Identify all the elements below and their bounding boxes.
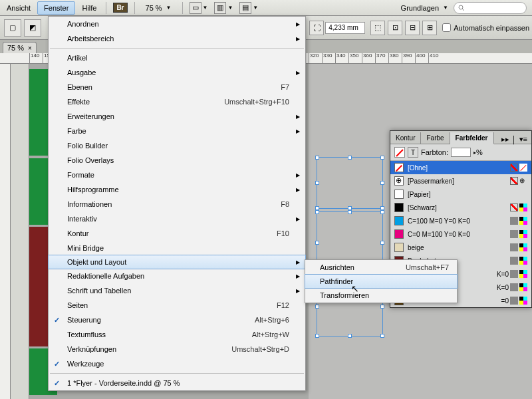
swatch-row[interactable]: C=100 M=0 Y=0 K=0 bbox=[390, 214, 531, 227]
swatch-row[interactable]: [Papier] bbox=[390, 188, 531, 201]
content-icon[interactable]: ◩ bbox=[24, 19, 41, 37]
submenu-arrow-icon: ▶ bbox=[296, 114, 300, 120]
swatch-row[interactable]: C=0 M=100 Y=0 K=0 bbox=[390, 227, 531, 241]
menu-label: Erweiterungen bbox=[67, 112, 289, 120]
menu-item-redaktionelle-aufgaben[interactable]: Redaktionelle Aufgaben▶ bbox=[49, 269, 305, 283]
bridge-icon[interactable]: Br bbox=[113, 3, 127, 13]
auto-fit-checkbox[interactable]: Automatisch einpassen bbox=[442, 23, 529, 32]
swatch-chip bbox=[394, 229, 404, 239]
menu-item-erweiterungen[interactable]: Erweiterungen▶ bbox=[49, 109, 305, 124]
arrange-icon[interactable]: ▥ bbox=[214, 2, 226, 14]
menu-item-steuerung[interactable]: ✓SteuerungAlt+Strg+6 bbox=[49, 313, 305, 327]
color-mode-icon bbox=[519, 203, 527, 211]
tab-farbfelder[interactable]: Farbfelder bbox=[450, 132, 494, 144]
menu-item-arbeitsbereich[interactable]: Arbeitsbereich▶ bbox=[49, 31, 305, 46]
menu-item-schrift-und-tabellen[interactable]: Schrift und Tabellen▶ bbox=[49, 283, 305, 298]
center-content-icon[interactable]: ⊟ bbox=[405, 21, 420, 35]
menu-item-verkn-pfungen[interactable]: VerknüpfungenUmschalt+Strg+D bbox=[49, 342, 305, 356]
fit-content-icon[interactable]: ⬚ bbox=[370, 21, 385, 35]
search-input[interactable] bbox=[454, 2, 527, 14]
fit-frame-icon[interactable]: ⛶ bbox=[309, 21, 324, 35]
swatch-name: beige bbox=[408, 244, 509, 251]
tools-panel bbox=[11, 64, 29, 399]
swatch-type-icon bbox=[510, 230, 518, 238]
swatch-name: [Schwarz] bbox=[408, 204, 509, 211]
submenu-item-pathfinder[interactable]: Pathfinder bbox=[305, 274, 458, 289]
menu-item-effekte[interactable]: EffekteUmschalt+Strg+F10 bbox=[49, 94, 305, 109]
ruler-tick: 330 bbox=[322, 53, 335, 63]
fit-proportional-icon[interactable]: ⊡ bbox=[388, 21, 402, 35]
panel-flyout-icon[interactable]: ▸▸│▾≡ bbox=[497, 135, 531, 144]
tab-kontur[interactable]: Kontur bbox=[390, 132, 421, 144]
menu-item-objekt-und-layout[interactable]: Objekt und Layout▶ bbox=[48, 255, 306, 269]
zoom-dropdown[interactable]: 75 %▼ bbox=[143, 3, 174, 13]
menu-item-interaktiv[interactable]: Interaktiv▶ bbox=[49, 211, 305, 226]
shortcut-label: Umschalt+F7 bbox=[406, 263, 449, 271]
menu-ansicht[interactable]: Ansicht bbox=[0, 1, 37, 15]
submenu-item-transformieren[interactable]: Transformieren bbox=[305, 288, 457, 303]
menu-item-artikel[interactable]: Artikel bbox=[49, 51, 305, 65]
submenu-item-ausrichten[interactable]: AusrichtenUmschalt+F7 bbox=[305, 260, 457, 275]
swatch-name: [Passermarken] bbox=[408, 178, 509, 185]
menu-item-werkzeuge[interactable]: ✓Werkzeuge bbox=[49, 356, 305, 371]
menu-label: Schrift und Tabellen bbox=[67, 287, 289, 295]
menu-item-ausgabe[interactable]: Ausgabe▶ bbox=[49, 65, 305, 80]
swatch-row[interactable]: beige bbox=[390, 241, 531, 254]
fill-frame-icon[interactable]: ⊞ bbox=[422, 21, 437, 35]
menu-label: Farbe bbox=[67, 127, 289, 135]
arrange-icon-2[interactable]: ▤ bbox=[239, 2, 251, 14]
color-mode-icon bbox=[519, 257, 527, 265]
menu-hilfe[interactable]: Hilfe bbox=[75, 1, 103, 15]
menu-label: Objekt und Layout bbox=[67, 258, 289, 266]
menu-item-formate[interactable]: Formate▶ bbox=[49, 168, 305, 182]
menu-label: Effekte bbox=[67, 98, 224, 106]
swatch-row[interactable]: [Ohne] bbox=[390, 161, 531, 174]
selected-frame[interactable] bbox=[317, 157, 383, 209]
menu-label: Hilfsprogramme bbox=[67, 186, 289, 194]
swatch-name: [Papier] bbox=[408, 191, 527, 198]
menu-item-ebenen[interactable]: EbenenF7 bbox=[49, 80, 305, 94]
shortcut-label: F12 bbox=[277, 301, 289, 309]
menu-item-informationen[interactable]: InformationenF8 bbox=[49, 197, 305, 211]
menu-fenster[interactable]: Fenster bbox=[37, 1, 75, 15]
workspace-switcher[interactable]: Grundlagen▼ bbox=[401, 4, 448, 12]
submenu-arrow-icon: ▶ bbox=[296, 259, 300, 265]
shortcut-label: Umschalt+Strg+D bbox=[231, 345, 289, 353]
color-mode-icon bbox=[519, 283, 527, 291]
swatch-row[interactable]: [Schwarz] bbox=[390, 201, 531, 214]
menu-item-kontur[interactable]: KonturF10 bbox=[49, 226, 305, 241]
menu-item-folio-builder[interactable]: Folio Builder bbox=[49, 138, 305, 153]
menu-label: Ebenen bbox=[67, 83, 281, 91]
text-color-icon[interactable]: T bbox=[408, 147, 418, 158]
swatch-chip bbox=[394, 163, 404, 172]
tab-farbe[interactable]: Farbe bbox=[421, 132, 450, 144]
container-icon[interactable]: ▢ bbox=[4, 19, 21, 37]
menu-separator bbox=[50, 373, 304, 374]
swatch-type-icon bbox=[510, 243, 518, 251]
swatch-row[interactable]: [Passermarken]⊕ bbox=[390, 174, 531, 188]
menu-item-seiten[interactable]: SeitenF12 bbox=[49, 298, 305, 313]
tint-input[interactable] bbox=[451, 148, 471, 157]
menu-item-hilfsprogramme[interactable]: Hilfsprogramme▶ bbox=[49, 182, 305, 197]
close-tab-icon[interactable]: × bbox=[28, 45, 32, 52]
menu-item-textumfluss[interactable]: TextumflussAlt+Strg+W bbox=[49, 327, 305, 342]
fill-stroke-icon[interactable] bbox=[394, 147, 405, 158]
menu-item-folio-overlays[interactable]: Folio Overlays bbox=[49, 153, 305, 168]
fit-value-input[interactable]: 4,233 mm bbox=[325, 22, 365, 34]
menu-item-mini-bridge[interactable]: Mini Bridge bbox=[49, 241, 305, 255]
swatch-chip bbox=[394, 216, 404, 225]
check-icon: ✓ bbox=[54, 360, 60, 368]
ruler-tick: 350 bbox=[348, 53, 362, 63]
menu-item-1-flyer-vorderseite-indd-75-[interactable]: ✓1 *Flyer - Vorderseite.indd @ 75 % bbox=[49, 376, 305, 390]
submenu-arrow-icon: ▶ bbox=[296, 172, 300, 178]
fenster-menu: Anordnen▶Arbeitsbereich▶ArtikelAusgabe▶E… bbox=[48, 16, 306, 391]
menu-item-farbe[interactable]: Farbe▶ bbox=[49, 124, 305, 138]
screen-mode-icon[interactable]: ▭ bbox=[190, 2, 201, 14]
menu-item-anordnen[interactable]: Anordnen▶ bbox=[49, 17, 305, 31]
swatch-name: C=100 M=0 Y=0 K=0 bbox=[408, 217, 509, 225]
svg-line-1 bbox=[462, 9, 464, 11]
tint-label: Farbton: bbox=[421, 148, 448, 156]
menu-label: Formate bbox=[67, 171, 289, 179]
ruler-tick: 410 bbox=[428, 53, 442, 63]
document-tab[interactable]: 75 %× bbox=[3, 42, 37, 53]
